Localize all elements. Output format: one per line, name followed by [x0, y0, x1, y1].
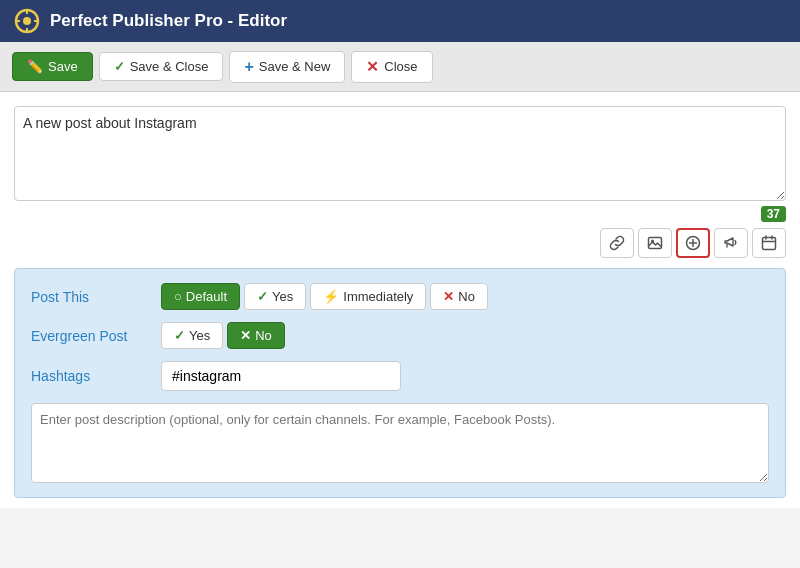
close-icon: ✕	[366, 58, 379, 76]
image-icon	[647, 235, 663, 251]
char-count-row: 37	[14, 206, 786, 222]
checkmark-icon: ✓	[114, 59, 125, 74]
evergreen-yes-icon: ✓	[174, 328, 185, 343]
header: Perfect Publisher Pro - Editor	[0, 0, 800, 42]
calendar-icon-button[interactable]	[752, 228, 786, 258]
default-label: Default	[186, 289, 227, 304]
evergreen-no-label: No	[255, 328, 272, 343]
post-this-immediately-btn[interactable]: ⚡ Immediately	[310, 283, 426, 310]
plus-icon: +	[244, 58, 253, 76]
immediately-label: Immediately	[343, 289, 413, 304]
evergreen-toggle-group: ✓ Yes ✕ No	[161, 322, 285, 349]
yes-check-icon: ✓	[257, 289, 268, 304]
save-label: Save	[48, 59, 78, 74]
no-label: No	[458, 289, 475, 304]
blue-panel: Post This ○ Default ✓ Yes ⚡ Immediately …	[14, 268, 786, 498]
image-icon-button[interactable]	[638, 228, 672, 258]
save-button[interactable]: ✏️ Save	[12, 52, 93, 81]
link-icon-button[interactable]	[600, 228, 634, 258]
post-text-area[interactable]	[14, 106, 786, 201]
megaphone-icon-button[interactable]	[714, 228, 748, 258]
icon-toolbar	[14, 228, 786, 258]
close-button[interactable]: ✕ Close	[351, 51, 432, 83]
evergreen-row: Evergreen Post ✓ Yes ✕ No	[31, 322, 769, 349]
evergreen-no-btn[interactable]: ✕ No	[227, 322, 285, 349]
save-new-label: Save & New	[259, 59, 331, 74]
hashtags-label: Hashtags	[31, 368, 161, 384]
evergreen-label: Evergreen Post	[31, 328, 161, 344]
char-count-badge: 37	[761, 206, 786, 222]
plus-circle-icon	[685, 235, 701, 251]
evergreen-yes-btn[interactable]: ✓ Yes	[161, 322, 223, 349]
main-content: 37	[0, 92, 800, 508]
save-close-label: Save & Close	[130, 59, 209, 74]
lightning-icon: ⚡	[323, 289, 339, 304]
post-this-no-btn[interactable]: ✕ No	[430, 283, 488, 310]
default-icon: ○	[174, 289, 182, 304]
save-new-button[interactable]: + Save & New	[229, 51, 345, 83]
post-this-row: Post This ○ Default ✓ Yes ⚡ Immediately …	[31, 283, 769, 310]
post-this-label: Post This	[31, 289, 161, 305]
svg-point-1	[23, 17, 31, 25]
yes-label: Yes	[272, 289, 293, 304]
save-close-button[interactable]: ✓ Save & Close	[99, 52, 224, 81]
evergreen-yes-label: Yes	[189, 328, 210, 343]
evergreen-no-icon: ✕	[240, 328, 251, 343]
description-row	[31, 403, 769, 483]
post-this-toggle-group: ○ Default ✓ Yes ⚡ Immediately ✕ No	[161, 283, 488, 310]
calendar-icon	[761, 235, 777, 251]
hashtags-input[interactable]	[161, 361, 401, 391]
no-x-icon: ✕	[443, 289, 454, 304]
app-icon	[14, 8, 40, 34]
svg-rect-11	[763, 238, 776, 250]
header-title: Perfect Publisher Pro - Editor	[50, 11, 287, 31]
description-textarea[interactable]	[31, 403, 769, 483]
hashtags-row: Hashtags	[31, 361, 769, 391]
post-this-yes-btn[interactable]: ✓ Yes	[244, 283, 306, 310]
post-this-default-btn[interactable]: ○ Default	[161, 283, 240, 310]
toolbar: ✏️ Save ✓ Save & Close + Save & New ✕ Cl…	[0, 42, 800, 92]
save-icon: ✏️	[27, 59, 43, 74]
close-label: Close	[384, 59, 417, 74]
add-post-icon-button[interactable]	[676, 228, 710, 258]
megaphone-icon	[723, 235, 739, 251]
link-icon	[609, 235, 625, 251]
